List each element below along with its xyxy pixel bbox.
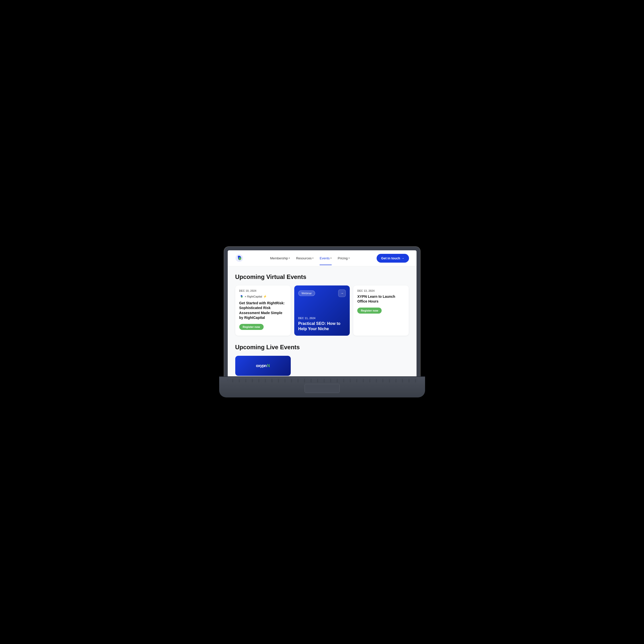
pricing-chevron-icon: ▾ <box>348 257 350 259</box>
virtual-events-grid: DEC 10, 2024 × RightCapital ⚡ Get <box>235 285 409 336</box>
event-date-3: DEC 13, 2024 <box>357 289 405 292</box>
virtual-events-title: Upcoming Virtual Events <box>235 273 409 280</box>
event-date-1: DEC 10, 2024 <box>239 289 287 292</box>
nav-resources[interactable]: Resources ▾ <box>294 255 316 262</box>
logo[interactable] <box>235 254 243 262</box>
event-partner-1: × RightCapital ⚡ <box>239 294 287 299</box>
main-nav: Upcoming Virtual Events Membership ▾ Res… <box>228 250 417 266</box>
live-event-card-1[interactable]: oxypn N <box>235 356 291 376</box>
nav-membership[interactable]: Upcoming Virtual Events Membership ▾ <box>268 255 293 262</box>
laptop-touchpad <box>305 384 340 393</box>
register-button-3[interactable]: Register now <box>357 308 382 314</box>
laptop-base <box>219 377 425 397</box>
laptop-screen: Upcoming Virtual Events Membership ▾ Res… <box>224 247 420 377</box>
live-events-title: Upcoming Live Events <box>235 344 409 351</box>
virtual-events-section: Upcoming Virtual Events DEC 10, 2024 <box>235 273 409 336</box>
nav-links: Upcoming Virtual Events Membership ▾ Res… <box>268 255 352 262</box>
webinar-title: Practical SEO: How to Help Your Niche <box>298 321 346 332</box>
webinar-header: Webinar → <box>298 289 346 297</box>
live-events-grid: oxypn N <box>235 356 409 376</box>
xypn-logo: oxypn N <box>256 364 270 368</box>
event-card-office-hours: DEC 13, 2024 XYPN Learn to Launch Office… <box>353 285 409 336</box>
register-button-1[interactable]: Register now <box>239 324 264 330</box>
resources-chevron-icon: ▾ <box>312 257 314 259</box>
live-events-section: Upcoming Live Events oxypn N <box>235 344 409 376</box>
webinar-arrow-button[interactable]: → <box>338 289 346 297</box>
browser-content: Upcoming Virtual Events Membership ▾ Res… <box>228 250 417 377</box>
event-card-rightcapital: DEC 10, 2024 × RightCapital ⚡ Get <box>235 285 291 336</box>
rightcapital-icon: ⚡ <box>263 295 267 298</box>
get-in-touch-button[interactable]: Get in touch → <box>377 254 409 263</box>
event-title-1: Get Started with RightRisk: Sophisticate… <box>239 301 287 320</box>
membership-chevron-icon: ▾ <box>289 257 290 259</box>
main-content: Upcoming Virtual Events DEC 10, 2024 <box>228 266 417 377</box>
webinar-date: DEC 11, 2024 <box>298 317 346 320</box>
keyboard-area <box>227 379 418 382</box>
event-title-3: XYPN Learn to Launch Office Hours <box>357 294 405 304</box>
partner-label: × RightCapital <box>245 295 262 298</box>
event-card-webinar: Webinar → DEC 11, 2024 Practical SEO: Ho… <box>294 285 350 336</box>
nav-pricing[interactable]: Pricing ▾ <box>335 255 352 262</box>
events-chevron-icon: ▾ <box>330 257 332 259</box>
webinar-badge: Webinar <box>298 290 315 296</box>
nav-events[interactable]: Events ▾ <box>317 255 334 262</box>
webinar-content: DEC 11, 2024 Practical SEO: How to Help … <box>298 317 346 332</box>
